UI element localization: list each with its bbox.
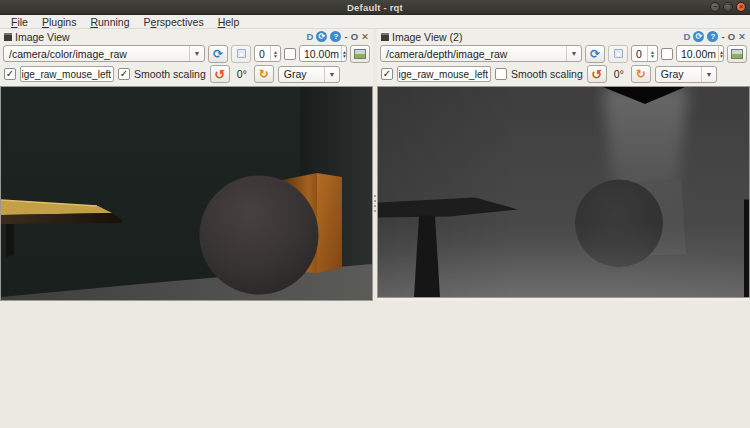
image-view-2-titlebar[interactable]: Image View (2) D ⟳ ? - O ✕ [377, 29, 750, 44]
dock-d-icon[interactable]: D [684, 31, 691, 42]
smooth-scaling-label: Smooth scaling [511, 68, 583, 80]
plugin-icon [4, 33, 12, 41]
publish-mouse-checkbox[interactable]: ✓ [4, 68, 16, 80]
gridlines-spinbox[interactable]: 0 ▲▼ [631, 45, 658, 62]
dynamic-range-checkbox[interactable] [284, 48, 296, 60]
mouse-topic-field[interactable]: ige_raw_mouse_left [20, 66, 114, 82]
chevron-down-icon: ▼ [566, 46, 581, 61]
dock-buttons: D ⟳ ? - O ✕ [684, 31, 746, 42]
chevron-down-icon: ▼ [701, 67, 716, 82]
color-scheme-combobox[interactable]: Gray ▼ [655, 66, 717, 83]
rotate-right-icon: ↻ [259, 68, 269, 80]
rotation-label: 0° [234, 68, 250, 80]
rotate-left-button[interactable]: ↺ [210, 65, 230, 83]
topic-value: /camera/depth/image_raw [386, 48, 507, 60]
image-view-toolbar-row1: /camera/color/image_raw ▼ ⟳ 0 ▲▼ 10.00m … [0, 44, 373, 63]
color-scheme-combobox[interactable]: Gray ▼ [278, 66, 340, 83]
help-icon[interactable]: ? [330, 31, 341, 42]
menu-file[interactable]: File [4, 16, 35, 28]
image-save-icon [731, 49, 743, 59]
image-view-toolbar-row2: ✓ ige_raw_mouse_left ✓ Smooth scaling ↺ … [0, 63, 373, 85]
max-range-value: 10.00m [677, 46, 718, 61]
spinbox-arrows[interactable]: ▲▼ [718, 46, 724, 61]
menu-help[interactable]: Help [211, 16, 247, 28]
rotate-right-button[interactable]: ↻ [254, 65, 274, 83]
window-controls: − ▢ × [710, 2, 746, 12]
spinbox-arrows[interactable]: ▲▼ [341, 46, 347, 61]
color-scheme-value: Gray [661, 68, 684, 80]
image-view-2-panel: Image View (2) D ⟳ ? - O ✕ /camera/depth… [377, 29, 750, 301]
maximize-button[interactable]: ▢ [723, 2, 733, 12]
panel-title: Image View [15, 31, 70, 43]
dock-close-icon[interactable]: ✕ [361, 32, 369, 42]
refresh-icon: ⟳ [590, 48, 600, 60]
save-image-button-disabled[interactable] [608, 45, 628, 63]
gridlines-value: 0 [255, 46, 270, 61]
menu-running[interactable]: Running [83, 16, 136, 28]
rqt-window: Default - rqt − ▢ × File Plugins Running… [0, 0, 750, 428]
rotate-left-icon: ↺ [214, 68, 225, 81]
plugin-icon [381, 33, 389, 41]
smooth-scaling-checkbox[interactable] [495, 68, 507, 80]
help-icon[interactable]: ? [707, 31, 718, 42]
color-camera-image[interactable] [0, 86, 373, 301]
save-disk-icon [237, 49, 246, 58]
dock-float-icon[interactable]: O [351, 32, 358, 42]
color-scheme-value: Gray [284, 68, 307, 80]
image-view-2-toolbar-row1: /camera/depth/image_raw ▼ ⟳ 0 ▲▼ 10.00m … [377, 44, 750, 63]
rotate-right-icon: ↻ [636, 68, 646, 80]
save-screenshot-button[interactable] [727, 45, 747, 63]
color-scene [1, 87, 372, 300]
save-screenshot-button[interactable] [350, 45, 370, 63]
dock-d-icon[interactable]: D [307, 31, 314, 42]
dock-close-icon[interactable]: ✕ [738, 32, 746, 42]
dock-float-icon[interactable]: O [728, 32, 735, 42]
rotate-left-icon: ↺ [591, 68, 602, 81]
gridlines-value: 0 [632, 46, 647, 61]
splitter-handle[interactable] [373, 29, 377, 301]
image-view-titlebar[interactable]: Image View D ⟳ ? - O ✕ [0, 29, 373, 44]
reload-plugin-icon[interactable]: ⟳ [316, 31, 327, 42]
topic-combobox[interactable]: /camera/color/image_raw ▼ [3, 45, 205, 62]
dock-minimize-icon[interactable]: - [721, 32, 724, 42]
mouse-topic-field[interactable]: ige_raw_mouse_left [397, 66, 491, 82]
chevron-down-icon: ▼ [324, 67, 339, 82]
dynamic-range-checkbox[interactable] [661, 48, 673, 60]
splitter-dots-icon [374, 195, 376, 197]
spinbox-arrows[interactable]: ▲▼ [270, 46, 280, 61]
spinbox-arrows[interactable]: ▲▼ [647, 46, 657, 61]
max-range-spinbox[interactable]: 10.00m ▲▼ [299, 45, 347, 62]
rotate-left-button[interactable]: ↺ [587, 65, 607, 83]
smooth-scaling-checkbox[interactable]: ✓ [118, 68, 130, 80]
image-view-2-toolbar-row2: ✓ ige_raw_mouse_left Smooth scaling ↺ 0°… [377, 63, 750, 85]
depth-scene [378, 87, 749, 297]
depth-camera-image[interactable] [377, 86, 750, 298]
rotate-right-button[interactable]: ↻ [631, 65, 651, 83]
panel-title: Image View (2) [392, 31, 462, 43]
reload-plugin-icon[interactable]: ⟳ [693, 31, 704, 42]
refresh-icon: ⟳ [213, 48, 223, 60]
max-range-value: 10.00m [300, 46, 341, 61]
refresh-topics-button[interactable]: ⟳ [208, 45, 228, 63]
close-button[interactable]: × [736, 2, 746, 12]
chevron-down-icon: ▼ [189, 46, 204, 61]
save-disk-icon [614, 49, 623, 58]
image-view-panel: Image View D ⟳ ? - O ✕ /camera/color/ima… [0, 29, 373, 301]
menu-perspectives[interactable]: Perspectives [137, 16, 211, 28]
refresh-topics-button[interactable]: ⟳ [585, 45, 605, 63]
dock-buttons: D ⟳ ? - O ✕ [307, 31, 369, 42]
rotation-label: 0° [611, 68, 627, 80]
image-save-icon [354, 49, 366, 59]
gridlines-spinbox[interactable]: 0 ▲▼ [254, 45, 281, 62]
publish-mouse-checkbox[interactable]: ✓ [381, 68, 393, 80]
window-titlebar[interactable]: Default - rqt − ▢ × [0, 0, 750, 15]
smooth-scaling-label: Smooth scaling [134, 68, 206, 80]
minimize-button[interactable]: − [710, 2, 720, 12]
max-range-spinbox[interactable]: 10.00m ▲▼ [676, 45, 724, 62]
save-image-button-disabled[interactable] [231, 45, 251, 63]
topic-value: /camera/color/image_raw [9, 48, 127, 60]
dock-minimize-icon[interactable]: - [344, 32, 347, 42]
menu-plugins[interactable]: Plugins [35, 16, 83, 28]
topic-combobox[interactable]: /camera/depth/image_raw ▼ [380, 45, 582, 62]
window-title: Default - rqt [347, 2, 403, 13]
